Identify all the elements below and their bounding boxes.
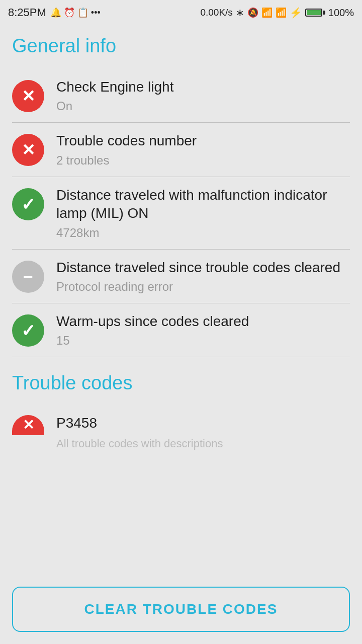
check-icon-2: ✓ (21, 322, 35, 339)
check-icon: ✓ (21, 196, 35, 213)
trouble-count-icon: ✕ (12, 134, 44, 166)
distance-cleared-label: Distance traveled since trouble codes cl… (56, 259, 350, 277)
trouble-count-text: Trouble codes number 2 troubles (56, 132, 350, 167)
status-bar: 8:25PM 🔔 ⏰ 📋 ••• 0.00K/s ∗ 🔕 📶 📶 ⚡ 100% (0, 0, 362, 25)
trouble-item-p3458[interactable]: ✕ P3458 All trouble codes with descripti… (12, 406, 350, 459)
general-info-section: General info ✕ Check Engine light On ✕ T… (12, 35, 350, 357)
p3458-icon: ✕ (12, 415, 44, 435)
check-engine-icon: ✕ (12, 80, 44, 112)
speed-display: 0.00K/s (200, 7, 232, 18)
info-item-check-engine[interactable]: ✕ Check Engine light On (12, 69, 350, 123)
status-right: 0.00K/s ∗ 🔕 📶 📶 ⚡ 100% (200, 7, 354, 19)
status-left: 8:25PM 🔔 ⏰ 📋 ••• (8, 6, 101, 19)
trouble-codes-section: Trouble codes ✕ P3458 All trouble codes … (12, 372, 350, 459)
bottom-bar: CLEAR TROUBLE CODES (0, 579, 362, 644)
clear-trouble-codes-button[interactable]: CLEAR TROUBLE CODES (12, 587, 350, 632)
bluetooth-icon: ∗ (236, 7, 244, 19)
info-item-distance-cleared[interactable]: − Distance traveled since trouble codes … (12, 250, 350, 303)
check-engine-text: Check Engine light On (56, 78, 350, 113)
trouble-count-label: Trouble codes number (56, 132, 350, 150)
check-engine-label: Check Engine light (56, 78, 350, 96)
warmups-label: Warm-ups since codes cleared (56, 312, 350, 331)
distance-cleared-text: Distance traveled since trouble codes cl… (56, 259, 350, 294)
battery-indicator (305, 9, 325, 17)
warmups-icon: ✓ (12, 314, 44, 347)
general-info-title: General info (12, 35, 350, 57)
trouble-count-value: 2 troubles (56, 153, 350, 168)
distance-mil-label: Distance traveled with malfunction indic… (56, 186, 350, 223)
p3458-text: P3458 All trouble codes with description… (56, 415, 350, 450)
distance-cleared-icon: − (12, 261, 44, 293)
x-icon-2: ✕ (22, 142, 35, 158)
signal-icon: 📶 (276, 7, 287, 18)
warmups-text: Warm-ups since codes cleared 15 (56, 312, 350, 348)
distance-mil-value: 4728km (56, 226, 350, 240)
mute-icon: 🔕 (247, 7, 258, 18)
distance-mil-icon: ✓ (12, 188, 44, 220)
time-display: 8:25PM (8, 6, 46, 19)
main-content: General info ✕ Check Engine light On ✕ T… (0, 25, 362, 579)
info-item-warmups[interactable]: ✓ Warm-ups since codes cleared 15 (12, 303, 350, 357)
warmups-value: 15 (56, 334, 350, 348)
info-item-distance-mil[interactable]: ✓ Distance traveled with malfunction ind… (12, 177, 350, 250)
info-item-trouble-count[interactable]: ✕ Trouble codes number 2 troubles (12, 123, 350, 177)
trouble-codes-title: Trouble codes (12, 372, 350, 394)
p3458-code: P3458 (56, 415, 350, 431)
notification-icons: 🔔 ⏰ 📋 ••• (50, 7, 101, 18)
minus-icon: − (23, 268, 33, 285)
check-engine-value: On (56, 99, 350, 113)
x-icon-trouble: ✕ (23, 418, 34, 432)
charging-icon: ⚡ (290, 7, 302, 19)
p3458-description: All trouble codes with descriptions (56, 437, 350, 450)
distance-mil-text: Distance traveled with malfunction indic… (56, 186, 350, 240)
battery-percent: 100% (328, 7, 354, 19)
wifi-icon: 📶 (261, 7, 273, 18)
distance-cleared-value: Protocol reading error (56, 280, 350, 294)
x-icon: ✕ (22, 88, 35, 104)
